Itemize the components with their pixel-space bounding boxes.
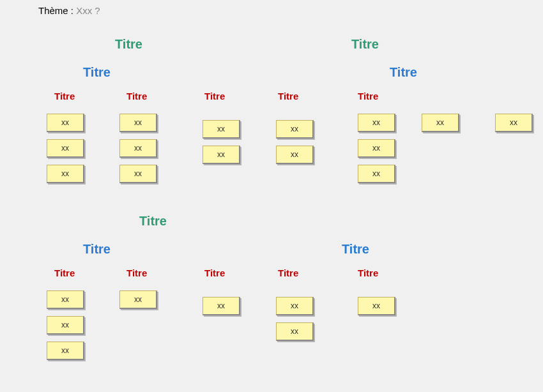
theme-line: Thème : Xxx ?: [38, 5, 100, 16]
title-level3-c3: Titre: [204, 268, 225, 278]
card-a4-2[interactable]: xx: [276, 146, 314, 164]
card-c1-1[interactable]: xx: [47, 290, 84, 309]
title-level2-c: Titre: [83, 242, 111, 257]
card-a2-1[interactable]: xx: [119, 114, 157, 132]
card-a1-3[interactable]: xx: [47, 165, 84, 183]
title-level1-a: Titre: [115, 37, 142, 52]
card-c2-1[interactable]: xx: [119, 290, 157, 309]
card-c4-2[interactable]: xx: [276, 322, 314, 341]
title-level1-c: Titre: [139, 214, 167, 229]
title-level3-c2: Titre: [126, 268, 147, 278]
title-level3-c4: Titre: [278, 268, 298, 278]
title-level3-c1: Titre: [54, 268, 75, 278]
title-level3-a5: Titre: [358, 91, 378, 102]
theme-label: Thème :: [38, 5, 76, 16]
card-a5-1[interactable]: xx: [358, 114, 395, 132]
card-c3-1[interactable]: xx: [203, 297, 240, 315]
title-level2-a: Titre: [83, 65, 111, 80]
diagram-canvas: Thème : Xxx ? Titre Titre Titre Titre Ti…: [0, 0, 543, 392]
title-level3-c5: Titre: [358, 268, 378, 278]
card-a1-1[interactable]: xx: [47, 114, 84, 132]
card-b2[interactable]: xx: [495, 114, 533, 132]
theme-value: Xxx ?: [76, 5, 100, 16]
card-a5-2[interactable]: xx: [358, 139, 395, 158]
card-a2-3[interactable]: xx: [119, 165, 157, 183]
title-level1-b: Titre: [351, 37, 379, 52]
title-level3-a3: Titre: [204, 91, 225, 102]
card-a3-1[interactable]: xx: [203, 120, 240, 139]
title-level3-a1: Titre: [54, 91, 75, 102]
card-a3-2[interactable]: xx: [203, 146, 240, 164]
card-a4-1[interactable]: xx: [276, 120, 314, 139]
title-level2-b: Titre: [390, 65, 417, 80]
card-c1-3[interactable]: xx: [47, 342, 84, 360]
title-level3-a2: Titre: [126, 91, 147, 102]
card-c1-2[interactable]: xx: [47, 316, 84, 335]
card-a2-2[interactable]: xx: [119, 139, 157, 158]
title-level3-a4: Titre: [278, 91, 298, 102]
card-c5-1[interactable]: xx: [358, 297, 395, 315]
card-b1[interactable]: xx: [422, 114, 459, 132]
card-c4-1[interactable]: xx: [276, 297, 314, 315]
title-level2-d: Titre: [342, 242, 369, 257]
card-a1-2[interactable]: xx: [47, 139, 84, 158]
card-a5-3[interactable]: xx: [358, 165, 395, 183]
